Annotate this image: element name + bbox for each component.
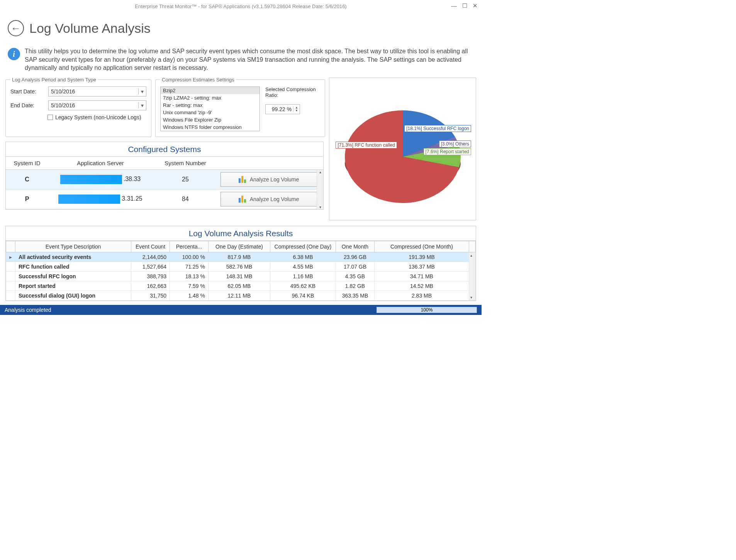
info-icon: i xyxy=(8,48,20,60)
table-row[interactable]: Successful dialog (GUI) logon 31,750 1.4… xyxy=(6,291,476,300)
cell: 100.00 % xyxy=(170,252,209,262)
row-marker xyxy=(6,291,15,300)
cell: 388,793 xyxy=(131,271,170,281)
status-bar: Analysis completed 100% xyxy=(0,305,482,315)
cell: Successful RFC logon xyxy=(15,271,131,281)
cell: 62.05 MB xyxy=(209,281,270,291)
col-header-count[interactable]: Event Count xyxy=(131,241,170,252)
col-header-system-id[interactable]: System ID xyxy=(6,157,48,169)
cell: 12.11 MB xyxy=(209,291,270,300)
cell: 7.59 % xyxy=(170,281,209,291)
cell: 4.35 GB xyxy=(336,271,375,281)
row-marker: ▸ xyxy=(6,252,15,262)
analyze-label: Analyze Log Volume xyxy=(250,196,299,202)
list-item[interactable]: Unix command 'zip -9' xyxy=(161,109,259,116)
cell-sid: P xyxy=(25,196,29,202)
table-row[interactable]: RFC function called 1,527,664 71.25 % 58… xyxy=(6,262,476,271)
window-titlebar: Enterprise Threat Monitor™ - for SAP® Ap… xyxy=(0,0,482,12)
analyze-label: Analyze Log Volume xyxy=(250,176,299,183)
table-row[interactable]: C .38.33 25 Analyze Log Volume xyxy=(6,170,323,189)
cell-sid: C xyxy=(25,176,29,183)
cell: All activated security events xyxy=(15,252,131,262)
cell: 2,144,050 xyxy=(131,252,170,262)
table-row[interactable]: ▸ All activated security events 2,144,05… xyxy=(6,252,476,262)
maximize-button[interactable]: ☐ xyxy=(462,2,467,9)
results-panel: Log Volume Analysis Results Event Type D… xyxy=(5,226,476,301)
arrow-left-icon: ← xyxy=(11,22,21,34)
scrollbar[interactable]: ▴ ▾ xyxy=(469,252,476,300)
period-fieldset: Log Analysis Period and System Type Star… xyxy=(5,77,151,137)
table-row[interactable]: Report started 162,663 7.59 % 62.05 MB 4… xyxy=(6,281,476,291)
list-item[interactable]: 7zip LZMA2 - setting: max xyxy=(161,94,259,102)
cell: 817.9 MB xyxy=(209,252,270,262)
cell: 17.07 GB xyxy=(336,262,375,271)
col-header-cday[interactable]: Compressed (One Day) xyxy=(270,241,336,252)
compression-legend: Compression Estimates Settings xyxy=(160,77,236,83)
col-header-app-server[interactable]: Application Server xyxy=(48,157,153,169)
redacted-block xyxy=(60,175,122,184)
table-row[interactable]: P 3.31.25 84 Analyze Log Volume xyxy=(6,189,323,209)
legacy-label: Legacy System (non-Unicode Logs) xyxy=(55,114,141,120)
row-marker xyxy=(6,262,15,271)
end-date-value: 5/10/2016 xyxy=(51,102,75,108)
info-text: This utility helps you to determine the … xyxy=(25,47,474,72)
pie-label-report: [7.6%] Report started xyxy=(424,148,471,155)
col-header-desc[interactable]: Event Type Description xyxy=(15,241,131,252)
start-date-input[interactable]: 5/10/2016 ▾ xyxy=(48,86,146,96)
cell: 23.96 GB xyxy=(336,252,375,262)
page-title: Log Volume Analysis xyxy=(29,21,151,36)
analyze-log-volume-button[interactable]: Analyze Log Volume xyxy=(220,192,317,206)
cell: 1,527,664 xyxy=(131,262,170,271)
compression-list[interactable]: Bzip2 7zip LZMA2 - setting: max Rar - se… xyxy=(160,86,260,131)
cell: 2.83 MB xyxy=(375,291,469,300)
cell: Successful dialog (GUI) logon xyxy=(15,291,131,300)
col-header-cmonth[interactable]: Compressed (One Month) xyxy=(375,241,469,252)
analyze-log-volume-button[interactable]: Analyze Log Volume xyxy=(220,172,317,187)
results-title: Log Volume Analysis Results xyxy=(6,226,476,241)
cell: 1.82 GB xyxy=(336,281,375,291)
cell-app: 3.31.25 xyxy=(122,195,142,202)
row-marker xyxy=(6,281,15,291)
cell: 363.35 MB xyxy=(336,291,375,300)
ratio-label: Selected Compression Ratio: xyxy=(265,86,320,98)
list-item[interactable]: Bzip2 xyxy=(161,87,259,94)
row-marker-header xyxy=(6,241,15,252)
scroll-gutter xyxy=(469,241,476,252)
list-item[interactable]: Rar - setting: max xyxy=(161,102,259,109)
end-date-label: End Date: xyxy=(10,102,45,108)
cell: 71.25 % xyxy=(170,262,209,271)
col-header-system-number[interactable]: System Number xyxy=(153,157,218,169)
col-header-month[interactable]: One Month xyxy=(336,241,375,252)
cell: 34.71 MB xyxy=(375,271,469,281)
compression-fieldset: Compression Estimates Settings Bzip2 7zi… xyxy=(155,77,325,137)
redacted-block xyxy=(58,195,120,204)
close-button[interactable]: ✕ xyxy=(473,2,478,9)
end-date-input[interactable]: 5/10/2016 ▾ xyxy=(48,100,146,110)
back-button[interactable]: ← xyxy=(8,20,24,36)
chevron-down-icon: ▾ xyxy=(138,102,144,108)
col-header-pct[interactable]: Percenta... xyxy=(170,241,209,252)
legacy-checkbox[interactable] xyxy=(47,115,53,120)
progress-value: 100% xyxy=(421,307,433,313)
start-date-value: 5/10/2016 xyxy=(51,88,75,95)
cell-app: .38.33 xyxy=(124,176,141,182)
cell: 582.76 MB xyxy=(209,262,270,271)
cell: 495.62 KB xyxy=(270,281,336,291)
chevron-down-icon: ▾ xyxy=(138,88,144,95)
ratio-spinner[interactable]: 99.22 % ▲▼ xyxy=(265,104,300,114)
col-header-day[interactable]: One Day (Estimate) xyxy=(209,241,270,252)
list-item[interactable]: Windows NTFS folder compression xyxy=(161,124,259,131)
progress-bar: 100% xyxy=(376,307,477,313)
minimize-button[interactable]: — xyxy=(451,2,457,9)
cell-num: 25 xyxy=(153,173,218,186)
table-row[interactable]: Successful RFC logon 388,793 18.13 % 148… xyxy=(6,271,476,281)
cell-num: 84 xyxy=(153,193,218,206)
pie-label-logon: [18.1%] Successful RFC logon xyxy=(404,125,471,132)
start-date-label: Start Date: xyxy=(10,88,45,95)
pie-label-others: [3.0%] Others xyxy=(439,140,471,147)
scrollbar[interactable]: ▴▾ xyxy=(317,170,323,209)
cell: 96.74 KB xyxy=(270,291,336,300)
cell: 18.13 % xyxy=(170,271,209,281)
list-item[interactable]: Windows File Explorer Zip xyxy=(161,116,259,124)
cell: 162,663 xyxy=(131,281,170,291)
